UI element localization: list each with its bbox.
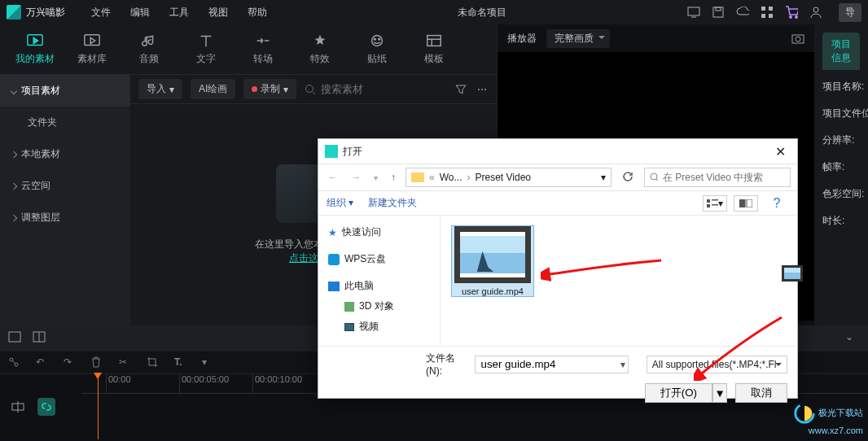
close-icon[interactable]: ✕ (770, 144, 791, 159)
svg-rect-1 (713, 7, 723, 17)
tree-video[interactable]: 视频 (327, 317, 432, 337)
chevron-down-icon[interactable]: ▾ (620, 359, 625, 370)
crop-icon[interactable] (147, 356, 160, 369)
filetype-select[interactable]: All supported files(*.MP4;*.Fl (647, 356, 787, 373)
chevron-down-icon[interactable]: ▾ (601, 172, 606, 183)
folder-tree: ★快速访问 WPS云盘 此电脑 3D 对象 视频 (318, 216, 441, 346)
menu-edit[interactable]: 编辑 (121, 6, 160, 20)
more-icon[interactable]: ⋯ (476, 83, 489, 96)
collapse-icon[interactable]: ⌄ (845, 331, 860, 346)
menu-help[interactable]: 帮助 (238, 6, 277, 20)
cancel-button[interactable]: 取消 (735, 383, 787, 403)
svg-rect-4 (769, 7, 773, 11)
svg-point-12 (372, 36, 383, 46)
tab-sticker[interactable]: 贴纸 (349, 33, 406, 66)
redo-icon[interactable]: ↷ (64, 356, 77, 369)
nav-hist-icon[interactable]: ▾ (370, 173, 381, 182)
cloud-icon[interactable] (736, 6, 749, 19)
help-icon[interactable]: ? (765, 195, 789, 212)
info-fps: 帧率: (822, 160, 860, 174)
undo-icon[interactable]: ↶ (36, 356, 49, 369)
organize-button[interactable]: 组织 ▾ (327, 196, 353, 210)
user-icon[interactable] (809, 6, 822, 19)
cart-icon[interactable] (785, 6, 798, 19)
delete-icon[interactable] (91, 356, 104, 369)
filename-input[interactable] (475, 356, 628, 373)
link-toggle[interactable] (37, 398, 55, 416)
tab-transition[interactable]: 转场 (235, 33, 292, 66)
star-icon: ★ (328, 227, 337, 238)
tab-my-media[interactable]: 我的素材 (7, 33, 64, 66)
sidebar-item-cloud[interactable]: 云空间 (0, 170, 130, 202)
more-tl-icon[interactable]: ▾ (202, 356, 215, 369)
sidebar-item-folder[interactable]: 文件夹 (0, 107, 130, 138)
preview-title: 播放器 (507, 32, 537, 46)
breadcrumb[interactable]: « Wo... › Preset Video ▾ (406, 168, 612, 187)
dialog-search[interactable] (644, 168, 791, 187)
ai-paint-button[interactable]: AI绘画 (191, 79, 235, 99)
cut-icon[interactable]: ✂ (119, 356, 132, 369)
svg-rect-29 (739, 199, 745, 207)
tree-quick[interactable]: ★快速访问 (327, 222, 432, 242)
grid-icon[interactable] (761, 6, 774, 19)
menu-view[interactable]: 视图 (199, 6, 238, 20)
save-icon[interactable] (712, 6, 725, 19)
menubar: 万兴喵影 文件 编辑 工具 视图 帮助 未命名项目 导 (0, 0, 868, 24)
open-dropdown[interactable]: ▼ (712, 383, 727, 403)
record-icon (252, 86, 257, 92)
tab-effects[interactable]: 特效 (292, 33, 349, 66)
view-mode-button[interactable]: ▾ (703, 195, 727, 212)
open-button[interactable]: 打开(O) (645, 383, 712, 403)
sidebar-item-project[interactable]: 项目素材 (0, 75, 130, 107)
sidebar-item-local[interactable]: 本地素材 (0, 138, 130, 170)
snapshot-icon[interactable] (791, 32, 804, 45)
quality-select[interactable]: 完整画质 (546, 29, 610, 48)
svg-rect-26 (712, 199, 718, 201)
info-tab[interactable]: 项目信息 (822, 33, 860, 70)
media-tabs: 我的素材 素材库 音频 文字 转场 特效 贴纸 模板 (0, 24, 497, 75)
tab-text[interactable]: 文字 (178, 33, 235, 66)
app-name: 万兴喵影 (26, 6, 65, 20)
export-button[interactable]: 导 (839, 3, 861, 22)
search-box[interactable] (305, 83, 446, 95)
playhead[interactable] (98, 374, 99, 439)
watermark: 极光下载站www.xz7.com (793, 402, 863, 436)
file-user-guide[interactable]: user guide.mp4 (452, 226, 533, 296)
tab-template[interactable]: 模板 (406, 33, 462, 66)
file-list[interactable]: user guide.mp4 (441, 216, 797, 346)
links-icon[interactable] (8, 356, 21, 369)
nav-back-icon[interactable]: ← (325, 172, 341, 183)
layout2-icon[interactable] (33, 331, 47, 346)
menu-file[interactable]: 文件 (81, 6, 121, 20)
tree-wps[interactable]: WPS云盘 (327, 249, 432, 269)
stage-toolbar: 导入▾ AI绘画 录制▾ ⋯ (130, 75, 497, 104)
wps-icon (328, 254, 340, 265)
import-button[interactable]: 导入▾ (138, 79, 182, 99)
svg-point-16 (306, 85, 313, 92)
preview-pane-button[interactable] (734, 195, 758, 212)
dialog-search-input[interactable] (663, 172, 785, 183)
menu-tools[interactable]: 工具 (160, 6, 199, 20)
svg-rect-28 (712, 204, 718, 206)
svg-rect-27 (707, 204, 710, 207)
nav-up-icon[interactable]: ↑ (388, 172, 399, 183)
track-add-icon[interactable] (11, 400, 24, 413)
nav-fwd-icon[interactable]: → (348, 172, 364, 183)
svg-point-18 (796, 37, 800, 41)
tree-pc[interactable]: 此电脑 (327, 276, 432, 296)
device-icon[interactable] (687, 6, 700, 19)
svg-point-14 (379, 38, 380, 40)
newfolder-button[interactable]: 新建文件夹 (368, 196, 417, 210)
tab-stock[interactable]: 素材库 (64, 33, 121, 66)
record-button[interactable]: 录制▾ (243, 79, 296, 99)
sidebar-item-adjust[interactable]: 调整图层 (0, 202, 130, 234)
refresh-icon[interactable] (618, 168, 638, 187)
filter-icon[interactable] (454, 83, 467, 96)
svg-rect-0 (688, 7, 699, 15)
tree-3d[interactable]: 3D 对象 (327, 296, 432, 317)
dialog-title: 打开 (343, 145, 362, 159)
search-input[interactable] (321, 83, 402, 95)
layout-icon[interactable] (8, 331, 23, 346)
tab-audio[interactable]: 音频 (121, 33, 178, 66)
text-icon[interactable]: T. (174, 356, 187, 369)
